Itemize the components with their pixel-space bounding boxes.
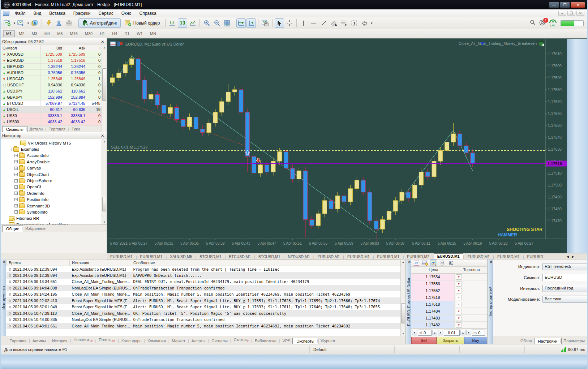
market-watch-row-gbpjpy[interactable]: ▲ GBPJPY152.984152.9840: [1, 94, 102, 100]
dropdown-arrow-icon[interactable]: ▼: [456, 322, 462, 328]
dropdown-caret-icon[interactable]: ▼: [27, 22, 30, 25]
scroll-down-icon[interactable]: ▼: [401, 331, 405, 336]
expand-icon[interactable]: +: [14, 167, 18, 170]
column-header-символ[interactable]: Символ: [1, 45, 41, 51]
chart-tab-9[interactable]: EURUSD,M1: [374, 254, 403, 259]
tabs-scroll-left-icon[interactable]: ◀: [566, 255, 569, 258]
menu-сервис[interactable]: Сервис: [95, 10, 117, 17]
expand-icon[interactable]: +: [14, 198, 18, 201]
navigator-item[interactable]: +Remnant 3D: [1, 203, 107, 209]
sl-increase-button[interactable]: ▲: [432, 330, 437, 335]
indicator-dropdown[interactable]: RSI Trend.ex5: [542, 263, 588, 270]
status-profile[interactable]: Default: [310, 346, 395, 353]
timeframe-w1[interactable]: W1: [133, 30, 146, 37]
volume-increase-button[interactable]: ▲: [460, 330, 465, 335]
orders-tube-icon[interactable]: [439, 259, 446, 266]
navigator-scrollbar[interactable]: ▲ ▼: [102, 139, 107, 224]
expand-icon[interactable]: +: [14, 179, 18, 183]
horizontal-line-icon[interactable]: [309, 18, 318, 28]
chart-tab-10[interactable]: EURUSD,M2: [404, 254, 433, 259]
market-watch-row-us30[interactable]: ▲ US3033339.133339.10: [1, 113, 102, 119]
chart-window-eurusd-m1[interactable]: SELL 0.01 at 1.175291.176101.176001.1759…: [107, 38, 588, 253]
notifications-icon[interactable]: 1: [539, 20, 545, 27]
filter-settings-icon[interactable]: [447, 259, 455, 266]
money-icon[interactable]: $: [30, 18, 39, 28]
menu-вид[interactable]: Вид: [30, 10, 46, 17]
timeframe-m5[interactable]: M5: [54, 30, 66, 37]
lvl-icon[interactable]: LVL: [549, 20, 557, 27]
navigator-close-icon[interactable]: ✕: [100, 134, 105, 138]
sl-field[interactable]: sl0: [418, 330, 432, 336]
market-watch-tab-тики[interactable]: Тики: [68, 126, 84, 132]
candles-icon[interactable]: [178, 18, 187, 28]
toolbox-tab-эксперты[interactable]: Эксперты: [292, 338, 318, 344]
navigator-item[interactable]: +ObjectSphere: [1, 177, 107, 184]
log-column-1[interactable]: Источник: [70, 260, 131, 266]
one-click-trading-icon[interactable]: [430, 259, 437, 266]
timeframe-m4[interactable]: M4: [41, 30, 53, 37]
toolbox-tab-активы[interactable]: Активы: [29, 338, 50, 344]
scroll-up-icon[interactable]: ▲: [102, 139, 107, 144]
navigator-item[interactable]: +AccountInfo: [1, 153, 107, 159]
fibonacci-icon[interactable]: F: [339, 18, 349, 28]
scroll-up-icon[interactable]: ▲: [102, 45, 107, 50]
chart-tab-14[interactable]: EURUSD: [524, 254, 546, 259]
log-row[interactable]: 2021.04.05 09:37:01.049Beast Super Signa…: [7, 304, 400, 310]
price-chart[interactable]: SELL 0.01 at 1.175291.176101.176001.1759…: [107, 39, 567, 253]
broadcast-icon[interactable]: [64, 18, 74, 28]
cloud-icon[interactable]: [54, 18, 64, 28]
expand-icon[interactable]: +: [14, 160, 18, 163]
navigator-item[interactable]: Fibonaci RR: [1, 215, 107, 222]
crosshair-icon[interactable]: [285, 18, 294, 28]
new-chart-icon[interactable]: [3, 18, 12, 28]
dropdown-arrow-icon[interactable]: ▼: [456, 281, 462, 287]
menu-вставка[interactable]: Вставка: [45, 10, 69, 17]
expand-icon[interactable]: +: [14, 154, 18, 157]
log-row[interactable]: 2021.04.05 10:48:00.335NonLagDot EA Simp…: [7, 317, 400, 323]
tester-tab-параметры[interactable]: Параметры: [559, 338, 588, 344]
dom-ask-row[interactable]: 1.17554▼: [411, 274, 487, 280]
column-header-bid[interactable]: Bid: [41, 45, 64, 51]
log-row[interactable]: 2021.04.05 09:12:39.894Exp Assistant 5 (…: [7, 266, 400, 273]
chart-tab-11[interactable]: EURUSD,M1: [434, 253, 463, 259]
dropdown-arrow-icon[interactable]: ▼: [456, 302, 462, 307]
market-watch-tab-символы[interactable]: Символы: [2, 126, 27, 133]
dropdown-arrow-icon[interactable]: ▼: [456, 295, 462, 300]
expand-icon[interactable]: +: [14, 173, 18, 176]
navigator-tab-общие[interactable]: Общие: [2, 226, 23, 232]
timeframe-m2[interactable]: M2: [16, 30, 27, 37]
mdi-close-button[interactable]: ✕: [576, 11, 584, 16]
log-row[interactable]: 2021.04.05 10:48:01.661Close_All_Main_Tr…: [7, 323, 400, 329]
log-row[interactable]: 2021.04.05 09:14:04.898NonLagDot EA Simp…: [7, 285, 400, 291]
experts-scrollbar[interactable]: ▲ ▼: [400, 259, 405, 336]
dropdown-caret-icon[interactable]: ▼: [13, 22, 16, 25]
trendline-icon[interactable]: [319, 18, 329, 28]
volume-field[interactable]: 0.01: [444, 330, 460, 336]
timeframe-m15[interactable]: M15: [66, 30, 81, 37]
log-column-0[interactable]: Время: [7, 260, 70, 266]
market-watch-row-eurusd[interactable]: ▼ EURUSD1.175181.175180: [1, 57, 102, 64]
dropdown-arrow-icon[interactable]: ▼: [456, 316, 462, 321]
toolbox-tab-компания[interactable]: Компания: [143, 338, 169, 344]
expand-icon[interactable]: +: [14, 204, 18, 207]
menu-графики[interactable]: Графики: [69, 10, 95, 17]
tile-windows-icon[interactable]: [222, 18, 232, 28]
market-watch-row-usdjpy[interactable]: ▲ USDJPY110.662110.6620: [1, 88, 102, 94]
depth-grid-icon[interactable]: [421, 259, 429, 266]
dom-bid-row[interactable]: 1.17484▼: [411, 308, 487, 315]
chart-tab-12[interactable]: EURUSD,M1: [464, 254, 493, 259]
toolbox-tab-сигналы[interactable]: Сигналы: [207, 338, 232, 344]
tp-field[interactable]: tp0: [472, 330, 485, 336]
new-order-button[interactable]: Новый ордер: [121, 18, 163, 28]
minimize-button[interactable]: —: [549, 2, 559, 8]
chart-shift-icon[interactable]: [246, 18, 256, 28]
volume-decrease-button[interactable]: ▼: [438, 330, 443, 335]
scroll-up-icon[interactable]: ▲: [401, 259, 405, 264]
timeframe-h4[interactable]: H4: [109, 30, 120, 37]
navigator-item[interactable]: +OpenCL: [1, 184, 107, 190]
toolbox-tab-история[interactable]: История: [48, 338, 72, 344]
dropdown-arrow-icon[interactable]: ▼: [456, 288, 462, 293]
toolbox-tab-маркет[interactable]: Маркет: [168, 338, 189, 344]
dom-ask-row[interactable]: 1.17518▼: [411, 294, 487, 301]
chart-tab-8[interactable]: EURUSD,M1: [344, 254, 373, 259]
